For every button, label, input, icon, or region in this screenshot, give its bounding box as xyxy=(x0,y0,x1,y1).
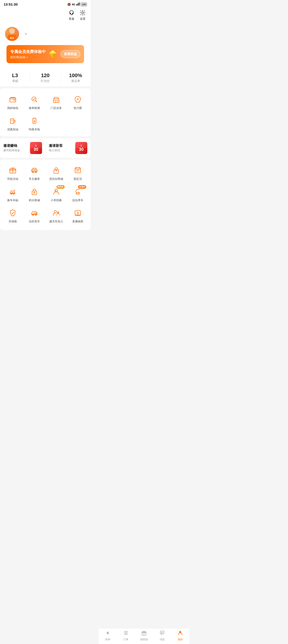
status-icons: 🔕 4G 100 xyxy=(67,2,87,6)
recruit-icon: ¥ 奖现金 xyxy=(51,186,61,197)
customer-service-button[interactable]: 客服 xyxy=(68,10,75,21)
invite-driver-envelope: ¥ 30 xyxy=(30,142,42,154)
charge-button[interactable]: 特惠充电 xyxy=(24,113,46,135)
lottery-label: 直播抽奖 xyxy=(72,220,84,224)
svg-point-42 xyxy=(34,192,34,193)
wallet-icon xyxy=(8,94,18,104)
svg-point-16 xyxy=(14,100,15,100)
banner-subtitle: 限时降抽佣 > xyxy=(10,55,47,60)
car-owner-label: 车主服务 xyxy=(29,177,40,181)
car-care-button[interactable]: 送福利 拉拉养车 xyxy=(67,184,89,206)
settings-button[interactable]: 设置 xyxy=(80,10,86,21)
fixed-job-label: 固定活 xyxy=(74,177,82,181)
svg-rect-5 xyxy=(70,13,71,14)
store-service-button[interactable]: 门店业务 xyxy=(45,92,67,113)
status-bar: 13:51:30 🔕 4G 100 xyxy=(0,0,90,8)
svg-rect-35 xyxy=(76,167,77,168)
gift-icon xyxy=(8,165,18,176)
status-time: 13:51:30 xyxy=(4,2,18,6)
services-card: 司机活动 车主服务 xyxy=(0,160,90,230)
gear-icon xyxy=(80,10,86,16)
signal-icon: 4G xyxy=(72,3,75,6)
invite-nocar-label: 邀无车加入 xyxy=(49,220,63,224)
svg-rect-20 xyxy=(54,100,55,101)
stat-behavior-label: 行为分 xyxy=(41,79,50,83)
battery-icon: 100 xyxy=(81,2,87,6)
stat-punctual: 100% 准点率 xyxy=(60,72,90,83)
invite-driver-button[interactable]: 邀请赚钱 邀司机得现金 ¥ 30 xyxy=(3,142,46,154)
banner-title: 专属会员免费体验中 xyxy=(10,49,47,54)
invite-driver-subtitle: 邀司机得现金 xyxy=(3,148,28,152)
wallet-button[interactable]: 我的钱包 xyxy=(2,92,24,113)
stat-behavior: 120 行为分 xyxy=(30,72,60,83)
heatmap-label: 热力图 xyxy=(74,106,82,110)
svg-point-8 xyxy=(82,12,84,14)
invite-customer-title: 邀请新客 xyxy=(49,144,73,148)
heatmap-icon xyxy=(73,94,83,104)
header: 客服 设置 xyxy=(0,8,90,24)
fixed-icon xyxy=(73,165,83,176)
mall-label: 货拉拉商城 xyxy=(49,177,63,181)
svg-point-23 xyxy=(77,99,78,100)
heatmap-button[interactable]: 热力图 xyxy=(67,92,89,113)
insurance-icon xyxy=(8,208,18,218)
invite-section: 邀请赚钱 邀司机得现金 ¥ 30 邀请新客 每人30元 ¥ 30 xyxy=(0,138,90,158)
svg-text:H: H xyxy=(56,169,57,171)
invite-nocar-button[interactable]: 邀无车加入 xyxy=(45,205,67,227)
stats-row: L3 等级 120 行为分 100% 准点率 xyxy=(0,69,90,86)
recruit-button[interactable]: ¥ 奖现金 小哥招募 xyxy=(45,184,67,206)
fixed-job-button[interactable]: 固定活 xyxy=(67,163,89,184)
order-check-button[interactable]: 接单检测 xyxy=(24,92,46,113)
member-banner[interactable]: 专属会员免费体验中 限时降抽佣 > 查看权益 xyxy=(6,45,84,63)
svg-point-13 xyxy=(52,51,54,52)
mall-button[interactable]: H 货拉拉商城 xyxy=(45,163,67,184)
svg-marker-54 xyxy=(77,212,79,214)
car-owner-icon xyxy=(29,165,40,176)
invite-customer-envelope: ¥ 30 xyxy=(75,142,87,154)
fuel-icon xyxy=(8,116,18,126)
stat-punctual-label: 准点率 xyxy=(71,79,80,83)
car-care-icon: 送福利 xyxy=(73,186,83,197)
car-trade-button[interactable]: ¥ 换车补贴 xyxy=(2,184,24,206)
diamond-icon xyxy=(47,48,58,60)
signal-icon2 xyxy=(76,2,80,6)
insurance-label: 买保险 xyxy=(8,220,17,224)
view-benefits-button[interactable]: 查看权益 xyxy=(60,50,80,58)
profile-section[interactable]: 搬运 > xyxy=(0,24,90,44)
svg-text:¥: ¥ xyxy=(55,190,56,192)
invite-customer-subtitle: 每人30元 xyxy=(49,148,73,152)
invite-nocar-icon xyxy=(51,208,61,218)
driver-activity-button[interactable]: 司机活动 xyxy=(2,163,24,184)
car-valuation-label: 估价卖车 xyxy=(29,220,40,224)
fuel-button[interactable]: 优惠加油 xyxy=(2,113,24,135)
svg-rect-31 xyxy=(34,170,35,171)
driver-activity-label: 司机活动 xyxy=(7,177,18,181)
svg-rect-6 xyxy=(72,13,73,14)
car-owner-button[interactable]: 车主服务 xyxy=(24,163,46,184)
charge-label: 特惠充电 xyxy=(29,128,40,132)
car-valuation-icon: 估价 xyxy=(29,208,40,218)
points-mall-label: 积分商城 xyxy=(29,199,40,202)
stat-level-value: L3 xyxy=(12,72,18,78)
invite-customer-button[interactable]: 邀请新客 每人30元 ¥ 30 xyxy=(46,142,88,154)
points-mall-button[interactable]: 积分商城 xyxy=(24,184,46,206)
svg-point-51 xyxy=(54,210,56,213)
svg-point-46 xyxy=(77,193,77,194)
profile-arrow: > xyxy=(24,32,27,36)
store-service-label: 门店业务 xyxy=(51,106,62,110)
stat-level: L3 等级 xyxy=(0,72,30,83)
car-valuation-button[interactable]: 估价 估价卖车 xyxy=(24,205,46,227)
lottery-button[interactable]: 直播抽奖 xyxy=(67,205,89,227)
quick-actions-grid: 我的钱包 接单检测 xyxy=(0,92,90,134)
lottery-icon xyxy=(73,208,83,218)
insurance-button[interactable]: 买保险 xyxy=(2,205,24,227)
invite-driver-title: 邀请赚钱 xyxy=(3,144,28,148)
svg-text:¥: ¥ xyxy=(12,191,13,194)
svg-rect-0 xyxy=(76,4,77,6)
svg-point-7 xyxy=(71,15,72,15)
car-trade-icon: ¥ xyxy=(8,186,18,197)
mall-icon: H xyxy=(51,165,61,176)
search-check-icon xyxy=(29,94,40,104)
stat-punctual-value: 100% xyxy=(69,72,82,78)
svg-rect-19 xyxy=(55,100,57,102)
